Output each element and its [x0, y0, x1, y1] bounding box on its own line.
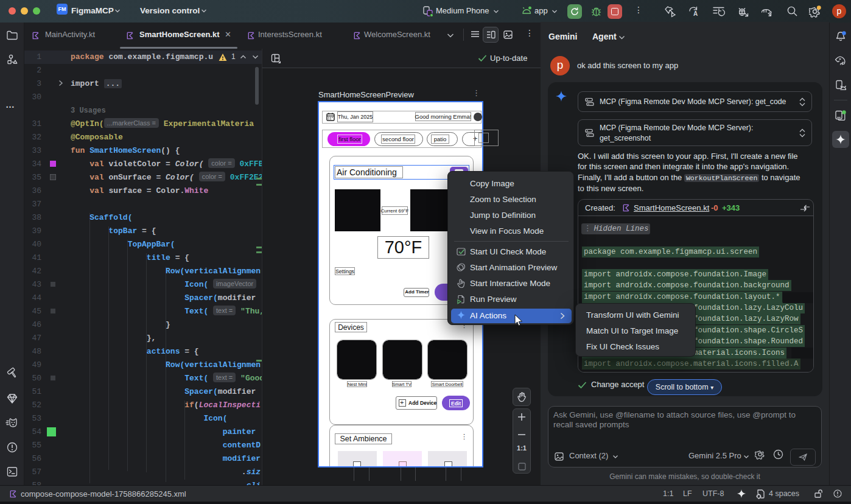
- svg-text:A: A: [693, 10, 698, 17]
